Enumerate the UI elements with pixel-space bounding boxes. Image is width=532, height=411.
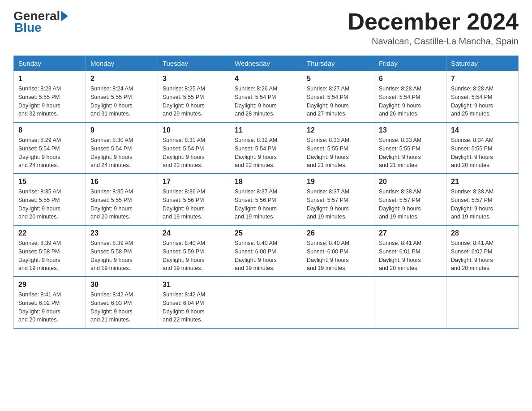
day-info: Sunrise: 8:28 AM Sunset: 5:54 PM Dayligh… — [379, 85, 442, 118]
day-number: 3 — [163, 75, 225, 83]
calendar-cell: 18 Sunrise: 8:37 AM Sunset: 5:56 PM Dayl… — [230, 174, 302, 225]
day-info: Sunrise: 8:38 AM Sunset: 5:57 PM Dayligh… — [451, 188, 514, 221]
calendar-cell — [230, 277, 302, 328]
logo-arrow-icon — [61, 11, 68, 21]
day-info: Sunrise: 8:33 AM Sunset: 5:55 PM Dayligh… — [379, 136, 442, 170]
calendar-cell: 12 Sunrise: 8:33 AM Sunset: 5:55 PM Dayl… — [302, 122, 374, 174]
calendar-cell: 17 Sunrise: 8:36 AM Sunset: 5:56 PM Dayl… — [158, 174, 230, 225]
calendar-cell: 28 Sunrise: 8:41 AM Sunset: 6:02 PM Dayl… — [446, 225, 519, 277]
day-number: 16 — [90, 178, 153, 186]
day-number: 9 — [90, 126, 153, 134]
col-saturday: Saturday — [446, 56, 519, 71]
calendar-cell: 20 Sunrise: 8:38 AM Sunset: 5:57 PM Dayl… — [374, 174, 446, 225]
day-info: Sunrise: 8:25 AM Sunset: 5:55 PM Dayligh… — [163, 85, 225, 118]
calendar-cell: 27 Sunrise: 8:41 AM Sunset: 6:01 PM Dayl… — [374, 225, 446, 277]
day-info: Sunrise: 8:37 AM Sunset: 5:56 PM Dayligh… — [235, 188, 297, 221]
day-number: 4 — [235, 75, 297, 83]
calendar-cell: 6 Sunrise: 8:28 AM Sunset: 5:54 PM Dayli… — [374, 71, 446, 123]
calendar-table: Sunday Monday Tuesday Wednesday Thursday… — [13, 56, 519, 329]
day-info: Sunrise: 8:31 AM Sunset: 5:54 PM Dayligh… — [163, 136, 225, 170]
calendar-cell: 14 Sunrise: 8:34 AM Sunset: 5:55 PM Dayl… — [446, 122, 519, 174]
page-header: General Blue December 2024 Navalcan, Cas… — [13, 9, 519, 47]
day-number: 26 — [307, 229, 369, 237]
calendar-cell: 9 Sunrise: 8:30 AM Sunset: 5:54 PM Dayli… — [86, 122, 158, 174]
col-sunday: Sunday — [14, 56, 86, 71]
calendar-cell: 1 Sunrise: 8:23 AM Sunset: 5:55 PM Dayli… — [14, 71, 86, 123]
col-thursday: Thursday — [302, 56, 374, 71]
col-monday: Monday — [86, 56, 158, 71]
calendar-cell: 22 Sunrise: 8:39 AM Sunset: 5:58 PM Dayl… — [14, 225, 86, 277]
day-number: 14 — [451, 126, 514, 134]
day-info: Sunrise: 8:28 AM Sunset: 5:54 PM Dayligh… — [451, 85, 514, 118]
day-number: 6 — [379, 75, 442, 83]
day-number: 11 — [235, 126, 297, 134]
calendar-cell: 19 Sunrise: 8:37 AM Sunset: 5:57 PM Dayl… — [302, 174, 374, 225]
calendar-cell: 30 Sunrise: 8:42 AM Sunset: 6:03 PM Dayl… — [86, 277, 158, 328]
calendar-week-2: 8 Sunrise: 8:29 AM Sunset: 5:54 PM Dayli… — [14, 122, 519, 174]
title-block: December 2024 Navalcan, Castille-La Manc… — [348, 9, 519, 47]
day-info: Sunrise: 8:30 AM Sunset: 5:54 PM Dayligh… — [90, 136, 153, 170]
calendar-cell: 26 Sunrise: 8:40 AM Sunset: 6:00 PM Dayl… — [302, 225, 374, 277]
day-number: 21 — [451, 178, 514, 186]
day-number: 23 — [90, 229, 153, 237]
day-number: 1 — [18, 75, 81, 83]
day-number: 13 — [379, 126, 442, 134]
day-number: 17 — [163, 178, 225, 186]
month-title: December 2024 — [348, 9, 519, 34]
calendar-cell: 23 Sunrise: 8:39 AM Sunset: 5:58 PM Dayl… — [86, 225, 158, 277]
day-info: Sunrise: 8:36 AM Sunset: 5:56 PM Dayligh… — [163, 188, 225, 221]
day-info: Sunrise: 8:42 AM Sunset: 6:03 PM Dayligh… — [90, 291, 153, 324]
calendar-cell: 11 Sunrise: 8:32 AM Sunset: 5:54 PM Dayl… — [230, 122, 302, 174]
calendar-cell: 31 Sunrise: 8:42 AM Sunset: 6:04 PM Dayl… — [158, 277, 230, 328]
calendar-header-row: Sunday Monday Tuesday Wednesday Thursday… — [14, 56, 519, 71]
day-info: Sunrise: 8:35 AM Sunset: 5:55 PM Dayligh… — [90, 188, 153, 221]
calendar-cell: 21 Sunrise: 8:38 AM Sunset: 5:57 PM Dayl… — [446, 174, 519, 225]
day-info: Sunrise: 8:41 AM Sunset: 6:01 PM Dayligh… — [379, 239, 442, 273]
day-info: Sunrise: 8:27 AM Sunset: 5:54 PM Dayligh… — [307, 85, 369, 118]
day-info: Sunrise: 8:38 AM Sunset: 5:57 PM Dayligh… — [379, 188, 442, 221]
col-wednesday: Wednesday — [230, 56, 302, 71]
calendar-cell: 29 Sunrise: 8:41 AM Sunset: 6:02 PM Dayl… — [14, 277, 86, 328]
day-number: 18 — [235, 178, 297, 186]
day-number: 27 — [379, 229, 442, 237]
day-info: Sunrise: 8:37 AM Sunset: 5:57 PM Dayligh… — [307, 188, 369, 221]
col-tuesday: Tuesday — [158, 56, 230, 71]
calendar-cell: 3 Sunrise: 8:25 AM Sunset: 5:55 PM Dayli… — [158, 71, 230, 123]
calendar-cell — [446, 277, 519, 328]
calendar-cell: 13 Sunrise: 8:33 AM Sunset: 5:55 PM Dayl… — [374, 122, 446, 174]
day-info: Sunrise: 8:39 AM Sunset: 5:58 PM Dayligh… — [90, 239, 153, 273]
day-info: Sunrise: 8:42 AM Sunset: 6:04 PM Dayligh… — [163, 291, 225, 324]
day-number: 10 — [163, 126, 225, 134]
day-info: Sunrise: 8:40 AM Sunset: 6:00 PM Dayligh… — [235, 239, 297, 273]
day-info: Sunrise: 8:39 AM Sunset: 5:58 PM Dayligh… — [18, 239, 81, 273]
day-number: 30 — [90, 281, 153, 289]
day-number: 15 — [18, 178, 81, 186]
day-info: Sunrise: 8:40 AM Sunset: 6:00 PM Dayligh… — [307, 239, 369, 273]
day-info: Sunrise: 8:40 AM Sunset: 5:59 PM Dayligh… — [163, 239, 225, 273]
calendar-cell: 25 Sunrise: 8:40 AM Sunset: 6:00 PM Dayl… — [230, 225, 302, 277]
day-number: 24 — [163, 229, 225, 237]
calendar-week-3: 15 Sunrise: 8:35 AM Sunset: 5:55 PM Dayl… — [14, 174, 519, 225]
day-info: Sunrise: 8:41 AM Sunset: 6:02 PM Dayligh… — [18, 291, 81, 324]
calendar-cell: 7 Sunrise: 8:28 AM Sunset: 5:54 PM Dayli… — [446, 71, 519, 123]
calendar-week-5: 29 Sunrise: 8:41 AM Sunset: 6:02 PM Dayl… — [14, 277, 519, 328]
day-number: 19 — [307, 178, 369, 186]
location-text: Navalcan, Castille-La Mancha, Spain — [348, 36, 519, 47]
day-number: 31 — [163, 281, 225, 289]
day-info: Sunrise: 8:26 AM Sunset: 5:54 PM Dayligh… — [235, 85, 297, 118]
calendar-cell: 4 Sunrise: 8:26 AM Sunset: 5:54 PM Dayli… — [230, 71, 302, 123]
day-info: Sunrise: 8:34 AM Sunset: 5:55 PM Dayligh… — [451, 136, 514, 170]
calendar-cell: 10 Sunrise: 8:31 AM Sunset: 5:54 PM Dayl… — [158, 122, 230, 174]
day-number: 8 — [18, 126, 81, 134]
day-info: Sunrise: 8:32 AM Sunset: 5:54 PM Dayligh… — [235, 136, 297, 170]
calendar-cell — [302, 277, 374, 328]
day-number: 22 — [18, 229, 81, 237]
calendar-cell: 5 Sunrise: 8:27 AM Sunset: 5:54 PM Dayli… — [302, 71, 374, 123]
day-number: 20 — [379, 178, 442, 186]
logo: General Blue — [13, 9, 68, 35]
day-info: Sunrise: 8:29 AM Sunset: 5:54 PM Dayligh… — [18, 136, 81, 170]
calendar-cell: 8 Sunrise: 8:29 AM Sunset: 5:54 PM Dayli… — [14, 122, 86, 174]
day-number: 29 — [18, 281, 81, 289]
calendar-cell: 15 Sunrise: 8:35 AM Sunset: 5:55 PM Dayl… — [14, 174, 86, 225]
day-info: Sunrise: 8:33 AM Sunset: 5:55 PM Dayligh… — [307, 136, 369, 170]
